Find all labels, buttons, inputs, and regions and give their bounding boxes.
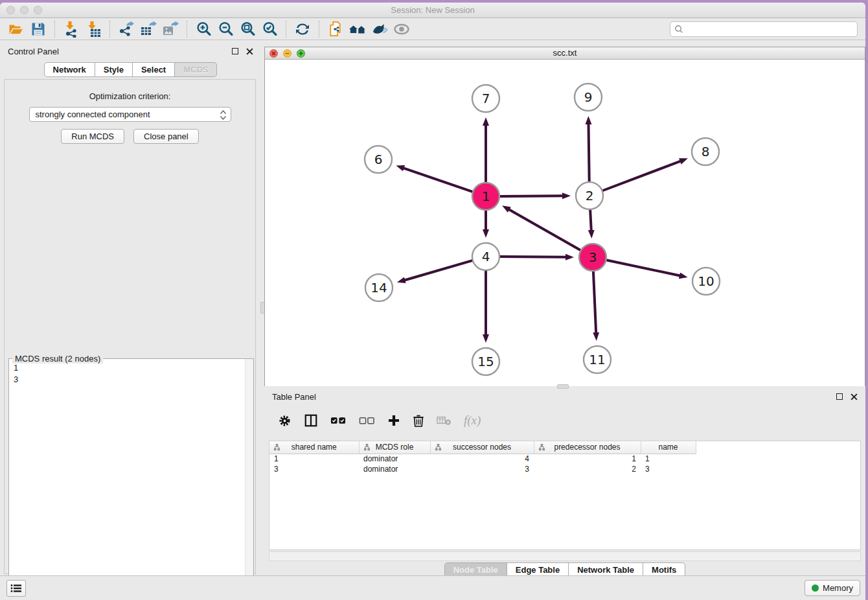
zoom-fit-icon[interactable] (236, 19, 258, 39)
svg-text:11: 11 (589, 352, 605, 367)
svg-text:7: 7 (482, 91, 490, 106)
graph-node[interactable]: 1 (472, 183, 499, 210)
show-graphics-details-icon[interactable] (369, 19, 391, 39)
export-image-icon[interactable] (159, 19, 181, 39)
network-window-title: scc.txt (265, 47, 865, 59)
tab-style[interactable]: Style (95, 62, 133, 77)
close-panel-button[interactable]: Close panel (133, 129, 199, 144)
mcds-result-box: MCDS result (2 nodes) 1 3 (8, 358, 254, 600)
graph-node[interactable]: 8 (692, 138, 719, 165)
control-panel-tabs: Network Style Select MCDS (0, 62, 261, 77)
toolbar-separator (109, 21, 110, 38)
network-minimize-icon[interactable] (283, 49, 291, 58)
close-table-panel-icon[interactable] (851, 393, 858, 400)
zoom-in-icon[interactable] (192, 19, 214, 39)
import-network-icon[interactable] (60, 19, 82, 39)
zoom-out-icon[interactable] (214, 19, 236, 39)
search-field (670, 21, 858, 37)
close-panel-icon[interactable] (246, 48, 253, 55)
run-mcds-button[interactable]: Run MCDS (61, 129, 124, 144)
graph-node[interactable]: 7 (472, 85, 499, 112)
graph-edge (606, 260, 680, 275)
svg-text:8: 8 (702, 144, 710, 159)
zoom-selected-icon[interactable] (258, 19, 280, 39)
table-panel: Table Panel (264, 388, 865, 578)
tab-select[interactable]: Select (133, 62, 175, 77)
table-horizontal-scrollbar[interactable] (269, 551, 861, 561)
table-settings-gear-icon[interactable] (278, 414, 291, 428)
refresh-view-icon[interactable] (291, 19, 314, 39)
titlebar: Session: New Session (0, 3, 865, 18)
column-header[interactable]: name (641, 441, 696, 454)
float-panel-icon[interactable] (232, 48, 238, 54)
export-table-icon[interactable] (137, 19, 159, 39)
status-bar: Memory (0, 575, 865, 600)
table-cell[interactable]: dominator (359, 464, 430, 474)
search-input[interactable] (670, 21, 858, 37)
graph-node[interactable]: 15 (472, 348, 499, 375)
table-toolbar: f(x) (269, 408, 861, 433)
table-cell[interactable]: 1 (269, 454, 359, 464)
graph-node[interactable]: 4 (472, 243, 499, 270)
add-column-icon[interactable] (387, 414, 400, 427)
show-columns-icon[interactable] (304, 413, 318, 428)
table-cell[interactable]: 2 (534, 464, 641, 474)
import-table-icon[interactable] (82, 19, 104, 39)
mcds-result-text[interactable]: 1 3 (10, 360, 244, 600)
duplicate-network-icon[interactable] (325, 19, 347, 39)
close-window-button[interactable] (6, 6, 15, 14)
memory-button[interactable]: Memory (805, 580, 860, 596)
result-scrollbar[interactable] (245, 359, 253, 600)
select-all-icon[interactable] (330, 416, 347, 425)
deselect-all-icon[interactable] (359, 416, 375, 425)
table-row[interactable]: 1dominator411 (269, 454, 696, 464)
function-builder-icon: f(x) (464, 413, 481, 428)
column-header[interactable]: shared name (269, 441, 359, 454)
delete-row-trash-icon[interactable] (413, 414, 424, 428)
table-cell[interactable]: 4 (430, 454, 534, 464)
maximize-window-button[interactable] (34, 6, 42, 14)
svg-text:1: 1 (482, 189, 490, 204)
memory-status-dot (812, 584, 819, 592)
column-header[interactable]: successor nodes (430, 441, 534, 454)
table-row[interactable]: 3dominator323 (269, 464, 696, 474)
column-header[interactable]: MCDS role (359, 441, 430, 454)
graph-edge (404, 260, 472, 281)
window-controls (6, 6, 42, 14)
node-table-header: shared nameMCDS rolesuccessor nodesprede… (269, 441, 696, 454)
table-cell[interactable]: dominator (359, 454, 430, 464)
column-header[interactable]: predecessor nodes (534, 441, 641, 454)
graph-node[interactable]: 3 (579, 244, 606, 271)
graph-node[interactable]: 10 (692, 268, 720, 295)
graph-node[interactable]: 14 (365, 274, 393, 301)
network-close-icon[interactable] (269, 49, 278, 58)
table-cell[interactable]: 3 (641, 464, 696, 474)
show-panels-list-button[interactable] (6, 580, 26, 597)
criterion-dropdown[interactable]: strongly connected component (29, 107, 231, 122)
float-table-panel-icon[interactable] (836, 393, 843, 400)
minimize-window-button[interactable] (20, 6, 29, 14)
graph-node[interactable]: 2 (576, 182, 603, 209)
save-session-icon[interactable] (27, 19, 49, 39)
table-cell[interactable]: 3 (430, 464, 534, 474)
table-cell[interactable]: 1 (641, 454, 696, 464)
graph-edge (499, 196, 563, 196)
table-cell[interactable]: 1 (534, 454, 641, 464)
graph-edge (589, 124, 589, 182)
tab-mcds[interactable]: MCDS (175, 62, 217, 77)
graph-node[interactable]: 11 (584, 346, 611, 373)
graph-node[interactable]: 9 (575, 84, 602, 111)
export-network-icon[interactable] (115, 19, 137, 39)
criterion-dropdown-value: strongly connected component (36, 110, 150, 119)
network-hubs-icon[interactable] (347, 19, 369, 39)
open-session-icon[interactable] (5, 19, 27, 39)
graph-edge (404, 168, 473, 192)
graph-edge (499, 257, 566, 257)
table-cell[interactable]: 3 (269, 464, 359, 474)
graph-edge (602, 161, 681, 191)
hide-graphics-details-icon[interactable] (391, 19, 413, 39)
graph-node[interactable]: 6 (365, 146, 392, 173)
network-maximize-icon[interactable] (297, 49, 305, 58)
tab-network[interactable]: Network (44, 62, 95, 77)
network-canvas[interactable]: 7968124314101511 (265, 60, 865, 386)
